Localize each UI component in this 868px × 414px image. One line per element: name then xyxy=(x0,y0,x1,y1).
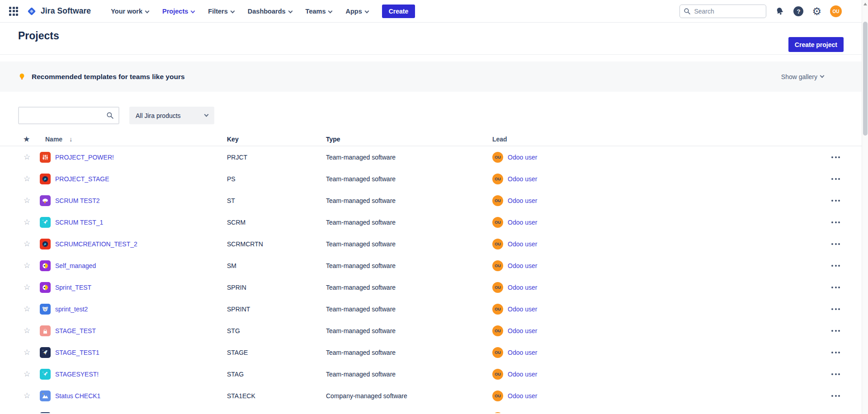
lead-avatar: OU xyxy=(492,195,503,206)
nav-item-dashboards[interactable]: Dashboards xyxy=(248,8,292,15)
project-key: PRJCT xyxy=(227,154,326,161)
project-name-link[interactable]: SCRUM TEST_1 xyxy=(55,219,103,226)
global-search[interactable] xyxy=(679,5,766,18)
project-name-link[interactable]: SCRUMCREATION_TEST_2 xyxy=(55,240,137,248)
app-switcher-icon[interactable] xyxy=(9,7,18,16)
table-row: ☆ SCRUM TEST_1 SCRM Team-managed softwar… xyxy=(0,212,862,233)
star-header-icon[interactable]: ★ xyxy=(24,135,29,143)
lead-link[interactable]: Odoo user xyxy=(508,262,537,269)
lead-link[interactable]: Odoo user xyxy=(508,327,537,334)
row-actions-button[interactable] xyxy=(830,262,841,269)
user-avatar[interactable]: OU xyxy=(830,5,842,17)
jira-diamond-icon xyxy=(26,6,37,17)
column-header-type[interactable]: Type xyxy=(326,136,492,143)
column-header-name[interactable]: Name ↓ xyxy=(38,136,227,143)
global-search-input[interactable] xyxy=(694,8,762,15)
row-actions-button[interactable] xyxy=(830,154,841,161)
favorite-star-button[interactable]: ☆ xyxy=(24,370,30,378)
table-row: ☆ sprint_test2 SPRINT Team-managed softw… xyxy=(0,298,862,320)
favorite-star-button[interactable]: ☆ xyxy=(24,240,30,248)
row-actions-button[interactable] xyxy=(830,219,841,226)
project-key: ST xyxy=(227,197,326,204)
chevron-down-icon xyxy=(288,9,292,13)
notifications-button[interactable] xyxy=(775,6,785,16)
chevron-down-icon xyxy=(204,113,209,117)
row-actions-button[interactable] xyxy=(830,327,841,334)
scroll-up-arrow-icon[interactable] xyxy=(863,3,867,5)
lead-link[interactable]: Odoo user xyxy=(508,371,537,378)
lead-link[interactable]: Odoo user xyxy=(508,240,537,248)
project-key: SCRMCRTN xyxy=(227,240,326,248)
favorite-star-button[interactable]: ☆ xyxy=(24,392,30,400)
projects-search[interactable] xyxy=(18,107,119,124)
row-actions-button[interactable] xyxy=(830,197,841,204)
lead-link[interactable]: Odoo user xyxy=(508,175,537,183)
nav-item-label: Projects xyxy=(162,8,188,15)
lead-link[interactable]: Odoo user xyxy=(508,219,537,226)
product-filter-select[interactable]: All Jira products xyxy=(129,107,214,124)
project-name-link[interactable]: SCRUM TEST2 xyxy=(55,197,100,204)
favorite-star-button[interactable]: ☆ xyxy=(24,305,30,313)
lead-link[interactable]: Odoo user xyxy=(508,306,537,313)
lead-link[interactable]: Odoo user xyxy=(508,154,537,161)
lead-avatar: OU xyxy=(492,325,503,336)
disc-project-avatar-icon xyxy=(40,174,51,184)
project-name-link[interactable]: PROJECT_POWER! xyxy=(55,154,114,161)
row-actions-button[interactable] xyxy=(830,240,841,248)
projects-table: ★ Name ↓ Key Type Lead ☆ PROJECT_POWER! … xyxy=(0,133,862,413)
lead-avatar: OU xyxy=(492,152,503,163)
table-row: ☆ Self_managed SM Team-managed software … xyxy=(0,255,862,277)
lead-link[interactable]: Odoo user xyxy=(508,349,537,356)
table-row: ☆ STAGESYEST! STAG Team-managed software… xyxy=(0,363,862,385)
project-name-link[interactable]: STAGESYEST! xyxy=(55,371,99,378)
nav-item-teams[interactable]: Teams xyxy=(306,8,332,15)
project-name-link[interactable]: STAGE_TEST xyxy=(55,327,96,334)
project-name-link[interactable]: sprint_test2 xyxy=(55,306,88,313)
favorite-star-button[interactable]: ☆ xyxy=(24,262,30,269)
nav-item-your-work[interactable]: Your work xyxy=(111,8,149,15)
favorite-star-button[interactable]: ☆ xyxy=(24,348,30,356)
project-name-link[interactable]: PROJECT_STAGE xyxy=(55,175,109,183)
storm-cloud-project-avatar-icon xyxy=(40,195,51,206)
scrollbar-thumb[interactable] xyxy=(863,22,868,136)
help-button[interactable]: ? xyxy=(793,6,803,16)
row-actions-button[interactable] xyxy=(830,392,841,400)
favorite-star-button[interactable]: ☆ xyxy=(24,175,30,183)
column-header-lead[interactable]: Lead xyxy=(492,136,807,143)
lead-link[interactable]: Odoo user xyxy=(508,392,537,400)
nav-item-projects[interactable]: Projects xyxy=(162,8,194,15)
project-name-link[interactable]: Sprint_TEST xyxy=(55,284,91,291)
vertical-scrollbar[interactable] xyxy=(862,0,868,414)
column-header-key[interactable]: Key xyxy=(227,136,326,143)
row-actions-button[interactable] xyxy=(830,175,841,183)
project-key: PS xyxy=(227,175,326,183)
project-name-link[interactable]: STAGE_TEST1 xyxy=(55,349,99,356)
favorite-star-button[interactable]: ☆ xyxy=(24,283,30,291)
row-actions-button[interactable] xyxy=(830,284,841,291)
primary-nav: Your workProjectsFiltersDashboardsTeamsA… xyxy=(111,8,368,15)
favorite-star-button[interactable]: ☆ xyxy=(24,327,30,334)
project-avatar xyxy=(40,412,51,413)
product-filter-value: All Jira products xyxy=(136,112,181,119)
project-type: Team-managed software xyxy=(326,327,492,334)
create-button[interactable]: Create xyxy=(382,5,415,18)
favorite-star-button[interactable]: ☆ xyxy=(24,197,30,204)
favorite-star-button[interactable]: ☆ xyxy=(24,218,30,226)
settings-button[interactable]: ⚙ xyxy=(812,6,821,17)
lead-link[interactable]: Odoo user xyxy=(508,284,537,291)
jira-logo[interactable]: Jira Software xyxy=(26,6,91,17)
row-actions-button[interactable] xyxy=(830,349,841,356)
show-gallery-button[interactable]: Show gallery xyxy=(781,73,824,80)
project-name-link[interactable]: Status CHECK1 xyxy=(55,392,100,400)
nav-item-filters[interactable]: Filters xyxy=(208,8,234,15)
project-name-link[interactable]: Self_managed xyxy=(55,262,96,269)
nav-item-apps[interactable]: Apps xyxy=(345,8,368,15)
project-type: Company-managed software xyxy=(326,392,492,400)
row-actions-button[interactable] xyxy=(830,306,841,313)
lead-link[interactable]: Odoo user xyxy=(508,197,537,204)
lead-avatar: OU xyxy=(492,369,503,380)
row-actions-button[interactable] xyxy=(830,371,841,378)
favorite-star-button[interactable]: ☆ xyxy=(24,153,30,161)
create-project-button[interactable]: Create project xyxy=(788,37,844,52)
projects-search-input[interactable] xyxy=(24,112,106,119)
